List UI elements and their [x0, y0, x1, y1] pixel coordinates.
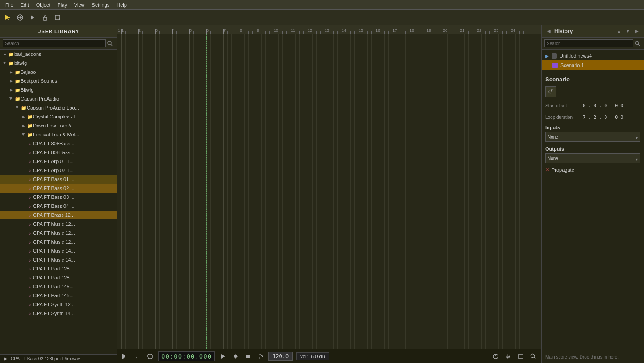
- tree-item-cpa-music-14-2[interactable]: ♪ CPA FT Music 14...: [0, 255, 117, 264]
- search-icon[interactable]: [106, 39, 114, 47]
- tempo-display[interactable]: 120.0: [268, 352, 293, 361]
- tree-item-festival-trap[interactable]: ▶ 📁 Festival Trap & Mel...: [0, 130, 117, 139]
- tree-label: CPA FT Bass 03 ...: [33, 194, 75, 200]
- tree-arrow: ▶: [8, 96, 14, 102]
- current-file-label: CPA FT Bass 02 128bpm F#m.wav: [11, 356, 80, 361]
- tree-label: Bajaao: [21, 69, 36, 75]
- propagate-row: ✕ Propagate: [545, 167, 640, 173]
- power-btn[interactable]: [491, 352, 500, 361]
- folder-icon: 📁: [8, 51, 14, 57]
- menu-settings[interactable]: Settings: [88, 1, 113, 8]
- svg-marker-20: [262, 355, 263, 358]
- score-area[interactable]: [117, 34, 541, 349]
- tree-item-cpa-pad-128-1[interactable]: ♪ CPA FT Pad 128...: [0, 264, 117, 273]
- svg-line-9: [111, 44, 112, 46]
- tree-item-bitwig[interactable]: ▶ 📁 bitwig: [0, 59, 117, 68]
- tree-item-down-low-trap[interactable]: ▶ 📁 Down Low Trap & ...: [0, 121, 117, 130]
- tree-item-cpa-bass-02[interactable]: ♪ CPA FT Bass 02 ...: [0, 184, 117, 193]
- transport-note-btn[interactable]: ♩: [133, 352, 142, 361]
- expand-btn[interactable]: [516, 352, 525, 361]
- music-icon: ♪: [27, 203, 33, 209]
- select-tool-btn[interactable]: [3, 13, 13, 22]
- menu-view[interactable]: View: [71, 1, 88, 8]
- tree-item-bajaao[interactable]: ▶ 📁 Bajaao: [0, 68, 117, 76]
- play-tool-btn[interactable]: [28, 13, 38, 22]
- svg-marker-18: [235, 354, 238, 359]
- tree-item-cpa-pad-128-2[interactable]: ♪ CPA FT Pad 128...: [0, 273, 117, 282]
- tree-item-capsun-loops[interactable]: ▶ 📁 Capsun ProAudio Loo...: [0, 103, 117, 112]
- add-tool-btn[interactable]: [15, 13, 25, 22]
- music-icon: ♪: [27, 158, 33, 165]
- panel-right-arrow[interactable]: ▶: [633, 28, 640, 35]
- folder-icon: 📁: [27, 114, 33, 120]
- drop-hint-text: Main score view. Drop things in here.: [545, 355, 619, 359]
- outputs-select[interactable]: None: [545, 153, 640, 163]
- tree-item-cpa-808bass-2[interactable]: ♪ CPA FT 808Bass ...: [0, 148, 117, 157]
- tree-item-cpa-brass-12[interactable]: ♪ CPA FT Brass 12...: [0, 211, 117, 219]
- tree-item-bitwig-sub[interactable]: ▶ 📁 Bitwig: [0, 85, 117, 94]
- panel-up-arrow[interactable]: ▲: [615, 28, 623, 35]
- tree-label: CPA FT Pad 145...: [33, 293, 74, 298]
- music-icon: ♪: [27, 257, 33, 263]
- tree-item-cpa-bass-04[interactable]: ♪ CPA FT Bass 04 ...: [0, 202, 117, 211]
- menu-object[interactable]: Object: [33, 1, 54, 8]
- stop-btn[interactable]: [243, 352, 252, 361]
- panel-down-arrow[interactable]: ▼: [624, 28, 631, 35]
- menu-file[interactable]: File: [2, 1, 17, 8]
- tree-arrow: ▶: [21, 114, 27, 120]
- search-transport-btn[interactable]: [529, 352, 538, 361]
- folder-icon: 📁: [27, 122, 33, 129]
- panel-left-arrow[interactable]: ◀: [545, 28, 552, 35]
- loop-toggle-btn[interactable]: ↺: [545, 86, 556, 97]
- history-item-scenario1[interactable]: Scenario.1: [542, 60, 644, 70]
- folder-icon: 📁: [27, 131, 33, 138]
- svg-rect-7: [59, 18, 60, 20]
- resize-tool-btn[interactable]: [53, 13, 63, 22]
- tree-item-cpa-arp-01[interactable]: ♪ CPA FT Arp 01 1...: [0, 157, 117, 166]
- tree-item-cpa-music-12-2[interactable]: ♪ CPA FT Music 12...: [0, 228, 117, 237]
- tree-item-cpa-bass-01[interactable]: ♪ CPA FT Bass 01 ...: [0, 175, 117, 184]
- search-input[interactable]: [3, 39, 106, 47]
- tree-container[interactable]: ▶ 📁 bad_addons ▶ 📁 bitwig ▶ 📁 Bajaao ▶ 📁…: [0, 50, 117, 354]
- tree-item-crystal-complex[interactable]: ▶ 📁 Crystal Complex - F...: [0, 112, 117, 121]
- svg-point-30: [531, 354, 535, 357]
- record-btn[interactable]: [256, 352, 265, 361]
- tree-item-cpa-pad-145-1[interactable]: ♪ CPA FT Pad 145...: [0, 282, 117, 291]
- menu-edit[interactable]: Edit: [17, 1, 33, 8]
- transport-return-btn[interactable]: [121, 352, 130, 361]
- history-search-icon[interactable]: [633, 39, 641, 47]
- tree-item-cpa-bass-03[interactable]: ♪ CPA FT Bass 03 ...: [0, 193, 117, 202]
- tree-item-cpa-music-12-3[interactable]: ♪ CPA FT Music 12...: [0, 237, 117, 246]
- tree-label: CPA FT Pad 128...: [33, 266, 74, 271]
- menu-help[interactable]: Help: [113, 1, 130, 8]
- transport-loop-btn[interactable]: [146, 352, 155, 361]
- right-panel: ◀ History ▲ ▼ ▶ ▶ Untitled.news4 Scenari…: [541, 25, 644, 363]
- propagate-close-btn[interactable]: ✕: [545, 167, 550, 173]
- tree-label: CPA FT Brass 12...: [33, 212, 75, 218]
- history-search-input[interactable]: [544, 39, 633, 47]
- tree-label: CPA FT Music 12...: [33, 239, 75, 245]
- music-icon: ♪: [27, 274, 33, 281]
- tree-item-cpa-synth-14[interactable]: ♪ CPA FT Synth 14...: [0, 309, 117, 318]
- tree-item-cpa-music-14-1[interactable]: ♪ CPA FT Music 14...: [0, 246, 117, 255]
- svg-text:♩: ♩: [135, 354, 138, 359]
- tree-label: CPA FT Music 14...: [33, 248, 75, 253]
- tree-item-cpa-music-12-1[interactable]: ♪ CPA FT Music 12...: [0, 219, 117, 228]
- play-btn[interactable]: [218, 352, 227, 361]
- tree-item-beatport[interactable]: ▶ 📁 Beatport Sounds: [0, 76, 117, 85]
- time-display: 00:00:00.000: [158, 351, 215, 361]
- tree-item-bad-addons[interactable]: ▶ 📁 bad_addons: [0, 50, 117, 59]
- play-from-start-btn[interactable]: [231, 352, 240, 361]
- tree-item-cpa-pad-145-2[interactable]: ♪ CPA FT Pad 145...: [0, 291, 117, 300]
- lock-tool-btn[interactable]: [40, 13, 50, 22]
- history-item-untitled[interactable]: ▶ Untitled.news4: [542, 51, 644, 60]
- mixer-btn[interactable]: [504, 352, 513, 361]
- inputs-select[interactable]: None: [545, 132, 640, 142]
- tree-item-capsun[interactable]: ▶ 📁 Capsun ProAudio: [0, 94, 117, 103]
- tree-item-cpa-synth-12[interactable]: ♪ CPA FT Synth 12...: [0, 300, 117, 309]
- tree-label: CPA FT Pad 145...: [33, 284, 74, 289]
- tree-item-cpa-arp-02[interactable]: ♪ CPA FT Arp 02 1...: [0, 166, 117, 175]
- tree-item-cpa-808bass-1[interactable]: ♪ CPA FT 808Bass ...: [0, 139, 117, 148]
- timeline-ruler: 1 12345678910111213141516171819202122232…: [117, 25, 541, 34]
- menu-play[interactable]: Play: [54, 1, 71, 8]
